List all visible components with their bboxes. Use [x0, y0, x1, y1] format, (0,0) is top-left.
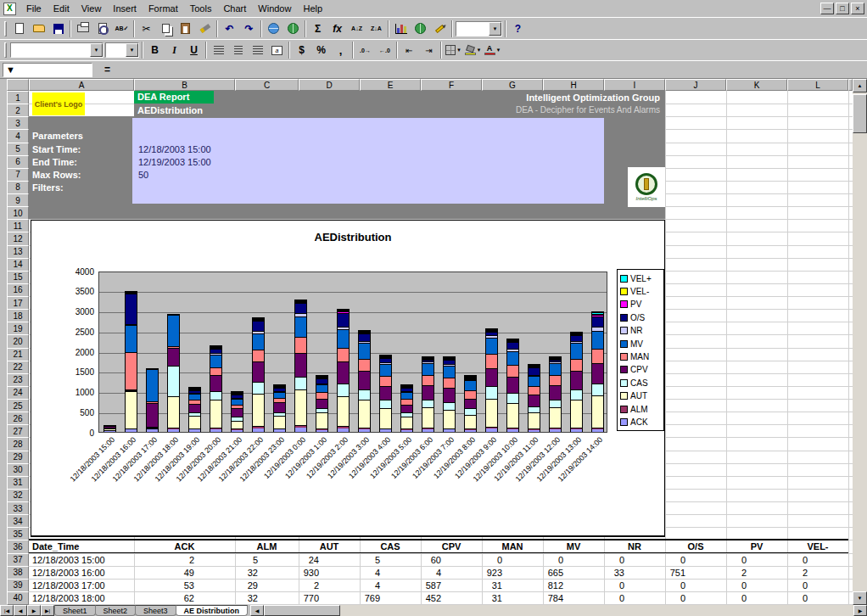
row-header-10[interactable]: 10 — [7, 206, 29, 220]
align-left-button[interactable] — [209, 41, 228, 59]
underline-button[interactable]: U — [184, 41, 204, 59]
font-color-button[interactable]: A▼ — [483, 41, 502, 59]
column-header-A[interactable]: A — [29, 79, 134, 91]
currency-button[interactable]: $ — [292, 41, 311, 59]
row-header-39[interactable]: 39 — [7, 579, 29, 592]
comma-button[interactable]: , — [331, 41, 350, 59]
row-header-40[interactable]: 40 — [7, 591, 29, 605]
cut-button[interactable]: ✂ — [137, 20, 156, 38]
column-header-D[interactable]: D — [299, 79, 360, 91]
align-center-button[interactable] — [228, 41, 248, 59]
new-button[interactable] — [9, 20, 29, 38]
first-sheet-button[interactable]: |◀ — [0, 605, 14, 616]
drawing-button[interactable] — [430, 20, 450, 38]
bold-button[interactable]: B — [145, 41, 165, 59]
vertical-scrollbar[interactable]: ▲ ▼ — [853, 79, 867, 605]
row-header-14[interactable]: 14 — [7, 258, 29, 272]
row-header-31[interactable]: 31 — [7, 476, 29, 490]
previous-sheet-button[interactable]: ◀ — [14, 605, 27, 616]
align-right-button[interactable] — [248, 41, 267, 59]
vertical-scroll-track[interactable] — [853, 133, 867, 591]
row-header-24[interactable]: 24 — [7, 386, 29, 400]
row-header-11[interactable]: 11 — [7, 219, 29, 232]
row-header-32[interactable]: 32 — [7, 489, 29, 502]
scroll-down-icon[interactable]: ▼ — [853, 591, 867, 605]
menu-tools[interactable]: Tools — [184, 1, 218, 16]
print-preview-button[interactable] — [92, 20, 112, 38]
menu-window[interactable]: Window — [252, 1, 297, 16]
row-header-16[interactable]: 16 — [7, 283, 29, 297]
menu-insert[interactable]: Insert — [107, 1, 143, 16]
vertical-scroll-thumb[interactable] — [853, 94, 867, 133]
sheet-tab-sheet2[interactable]: Sheet2 — [95, 605, 137, 616]
font-name-dropdown-icon[interactable]: ▼ — [90, 43, 103, 57]
row-header-15[interactable]: 15 — [7, 271, 29, 284]
toolbar-handle[interactable] — [4, 42, 7, 58]
column-header-K[interactable]: K — [726, 79, 787, 91]
row-header-35[interactable]: 35 — [7, 527, 29, 540]
zoom-combobox[interactable]: ▼ — [456, 21, 502, 36]
column-header-E[interactable]: E — [360, 79, 421, 91]
chart-area[interactable]: AEDistribution05001000150020002500300035… — [31, 220, 665, 537]
font-name-combobox[interactable]: ▼ — [10, 42, 103, 58]
sheet-tab-sheet3[interactable]: Sheet3 — [135, 605, 176, 616]
row-header-2[interactable]: 2 — [7, 104, 29, 117]
excel-workbook-icon[interactable] — [3, 3, 16, 15]
menu-view[interactable]: View — [76, 1, 108, 16]
help-button[interactable]: ? — [508, 20, 528, 38]
spelling-button[interactable]: AB✓ — [112, 20, 131, 38]
name-box-dropdown-icon[interactable]: ▼ — [6, 64, 15, 75]
zoom-dropdown-icon[interactable]: ▼ — [489, 22, 501, 36]
font-size-combobox[interactable]: ▼ — [105, 42, 139, 58]
column-header-F[interactable]: F — [421, 79, 482, 91]
row-header-19[interactable]: 19 — [7, 322, 29, 335]
menu-format[interactable]: Format — [143, 1, 184, 16]
column-header-J[interactable]: J — [665, 79, 726, 91]
sheet-tab-sheet1[interactable]: Sheet1 — [54, 605, 96, 616]
row-header-7[interactable]: 7 — [7, 168, 29, 182]
row-header-37[interactable]: 37 — [7, 553, 29, 567]
close-button[interactable]: × — [851, 3, 864, 14]
save-button[interactable] — [48, 20, 68, 38]
autosum-button[interactable]: Σ — [308, 20, 327, 38]
print-button[interactable] — [73, 20, 92, 38]
row-header-9[interactable]: 9 — [7, 193, 29, 207]
row-header-23[interactable]: 23 — [7, 373, 29, 387]
increase-indent-button[interactable]: ⇥ — [419, 41, 439, 59]
font-size-dropdown-icon[interactable]: ▼ — [126, 43, 138, 57]
horizontal-scrollbar[interactable]: ◀ ▶ — [250, 605, 867, 616]
row-header-20[interactable]: 20 — [7, 334, 29, 348]
row-header-22[interactable]: 22 — [7, 361, 29, 374]
sheet-area[interactable]: ABCDEFGHIJKL1234567891011121314151617181… — [7, 79, 853, 605]
copy-button[interactable] — [156, 20, 176, 38]
insert-hyperlink-button[interactable] — [264, 20, 283, 38]
column-header-H[interactable]: H — [543, 79, 604, 91]
web-toolbar-button[interactable] — [283, 20, 303, 38]
font-color-dropdown-icon[interactable]: ▼ — [496, 48, 501, 53]
column-header-C[interactable]: C — [235, 79, 299, 91]
scroll-right-icon[interactable]: ▶ — [853, 605, 867, 616]
row-header-18[interactable]: 18 — [7, 309, 29, 322]
row-header-36[interactable]: 36 — [7, 540, 29, 553]
row-header-1[interactable]: 1 — [7, 91, 29, 104]
sort-ascending-button[interactable]: A↓Z — [347, 20, 366, 38]
chart-wizard-button[interactable] — [391, 20, 411, 38]
scroll-up-icon[interactable]: ▲ — [853, 79, 867, 92]
row-header-6[interactable]: 6 — [7, 155, 29, 169]
paste-function-button[interactable]: fx — [327, 20, 347, 38]
undo-button[interactable]: ↶ — [220, 20, 239, 38]
last-sheet-button[interactable]: ▶| — [41, 605, 54, 616]
sort-descending-button[interactable]: Z↓A — [366, 20, 386, 38]
equals-button[interactable]: = — [104, 64, 110, 76]
column-header-B[interactable]: B — [134, 79, 235, 91]
merge-and-center-button[interactable]: a — [267, 41, 287, 59]
row-header-26[interactable]: 26 — [7, 412, 29, 425]
next-sheet-button[interactable]: ▶ — [27, 605, 41, 616]
paste-button[interactable] — [176, 20, 195, 38]
select-all-corner[interactable] — [7, 79, 29, 91]
borders-dropdown-icon[interactable]: ▼ — [456, 48, 461, 53]
row-header-8[interactable]: 8 — [7, 181, 29, 194]
sheet-tab-ae-distribution[interactable]: AE Distribution — [176, 605, 249, 616]
horizontal-scroll-thumb[interactable] — [264, 605, 340, 616]
row-header-33[interactable]: 33 — [7, 501, 29, 515]
